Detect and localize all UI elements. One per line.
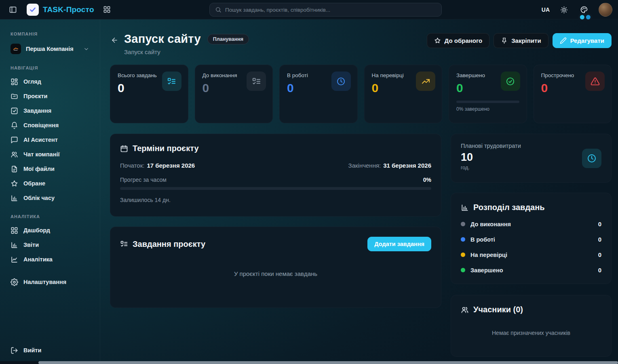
checklist-icon (247, 72, 266, 91)
nav-label: Сповіщення (23, 122, 59, 128)
distribution-value: 0 (598, 251, 601, 258)
start-date: Початок:17 березня 2026 (120, 162, 195, 169)
sidebar-item-dashboard[interactable]: Дашборд (10, 223, 94, 238)
distribution-row-todo: До виконання 0 (461, 221, 601, 227)
users-icon (11, 151, 18, 158)
nav-label: Вийти (23, 347, 41, 353)
theme-toggle-button[interactable] (559, 4, 569, 15)
end-date-label: Закінчення: (348, 162, 381, 169)
distribution-label: До виконання (470, 221, 598, 227)
analytics-section-label: АНАЛІТИКА (11, 214, 94, 219)
checklist-icon (162, 72, 181, 91)
scrollbar-thumb[interactable] (38, 361, 618, 364)
project-tasks-card: Завдання проєкту Додати завдання У проєк… (110, 227, 441, 308)
checklist-icon (120, 240, 128, 248)
sidebar-item-reports[interactable]: Звіти (10, 238, 94, 252)
search-input[interactable] (225, 7, 436, 13)
company-selector[interactable]: Перша Компанія (10, 40, 94, 61)
edit-button[interactable]: Редагувати (553, 33, 612, 48)
sidebar-item-company-chat[interactable]: Чат компанії (10, 147, 94, 162)
nav-section-label: НАВІГАЦІЯ (11, 65, 94, 70)
bar-chart-icon (11, 241, 18, 249)
nav-label: Облік часу (23, 195, 55, 201)
horizontal-scrollbar[interactable] (0, 361, 618, 364)
status-dot-blue (461, 237, 465, 242)
bar-chart-icon (461, 204, 469, 212)
check-square-icon (11, 107, 18, 115)
sidebar-item-analytics[interactable]: Аналітика (10, 252, 94, 267)
distribution-card-title: Розподіл завдань (473, 203, 545, 212)
time-progress-label: Прогрес за часом (120, 177, 167, 183)
back-button[interactable] (111, 36, 118, 44)
nav-label: Огляд (23, 78, 41, 85)
sidebar-item-favorites[interactable]: Обране (10, 176, 94, 191)
nav-label: Дашборд (23, 227, 50, 234)
members-card: Учасники (0) Немає призначених учасників (451, 295, 612, 357)
brand[interactable]: TASK-Просто (27, 4, 94, 16)
status-dot-green (461, 268, 465, 272)
pencil-icon (560, 37, 567, 44)
chevron-down-icon (83, 46, 89, 52)
planned-effort-card: Планові трудовитрати 10 год. (451, 134, 612, 183)
distribution-value: 0 (598, 236, 601, 243)
gear-icon (11, 278, 18, 286)
sidebar-item-settings[interactable]: Налаштування (10, 275, 94, 289)
add-task-button[interactable]: Додати завдання (367, 237, 431, 251)
arrow-left-icon (111, 36, 118, 44)
apps-grid-button[interactable] (101, 4, 112, 15)
distribution-label: В роботі (470, 236, 598, 243)
time-progress-value: 0% (423, 177, 431, 183)
user-avatar[interactable] (599, 3, 612, 17)
stat-card-overdue: Прострочено 0 (534, 65, 612, 123)
sidebar: КОМПАНІЯ Перша Компанія НАВІГАЦІЯ Огляд … (0, 19, 100, 364)
logout-button[interactable]: Вийти (10, 343, 94, 358)
members-empty-state: Немає призначених учасників (461, 330, 601, 336)
nav-label: Обране (23, 180, 45, 187)
sidebar-item-notifications[interactable]: Сповіщення (10, 118, 94, 133)
star-icon (434, 37, 441, 44)
effort-unit: год. (461, 165, 601, 170)
members-card-title: Учасники (0) (473, 305, 523, 314)
end-date: Закінчення:31 березня 2026 (348, 162, 431, 169)
favorite-button[interactable]: До обраного (427, 33, 490, 48)
theme-dot-cyan (580, 15, 584, 19)
nav-label: Мої файли (23, 166, 55, 172)
sidebar-item-projects[interactable]: Проєкти (10, 89, 94, 103)
sidebar-item-tasks[interactable]: Завдання (10, 103, 94, 118)
alert-triangle-icon (585, 72, 605, 91)
company-name: Перша Компанія (26, 46, 78, 52)
main-content: Запуск сайту Планування Запуск сайту До … (100, 19, 618, 364)
distribution-row-done: Завершено 0 (461, 267, 601, 274)
theme-dot-blue (586, 15, 591, 19)
company-section-label: КОМПАНІЯ (11, 32, 94, 36)
bell-icon (11, 122, 18, 129)
search-bar[interactable] (209, 3, 442, 17)
effort-label: Планові трудовитрати (461, 143, 601, 149)
clock-icon (582, 149, 601, 168)
status-dot-gray (461, 222, 465, 226)
company-logo-icon (11, 44, 21, 54)
clock-icon (331, 72, 351, 91)
bar-chart-icon (11, 194, 18, 202)
layout-dashboard-icon (11, 78, 18, 86)
sidebar-item-my-files[interactable]: Мої файли (10, 162, 94, 176)
line-chart-icon (11, 256, 18, 263)
grid-icon (103, 6, 111, 13)
sidebar-item-ai-assistant[interactable]: AI Асистент (10, 133, 94, 147)
tasks-empty-state: У проєкті поки немає завдань (120, 270, 431, 277)
palette-icon (580, 6, 588, 14)
status-dot-amber (461, 252, 465, 257)
distribution-value: 0 (598, 221, 601, 227)
end-date-value: 31 березня 2026 (383, 162, 431, 169)
page-subtitle: Запуск сайту (124, 48, 249, 55)
topbar-right: UA (542, 0, 612, 19)
stats-row: Всього завдань 0 До виконання 0 В роботі… (110, 65, 612, 123)
pin-button[interactable]: Закріпити (494, 33, 548, 48)
brand-logo-icon (27, 4, 39, 16)
distribution-value: 0 (598, 267, 601, 274)
start-date-value: 17 березня 2026 (147, 162, 195, 169)
sidebar-toggle-button[interactable] (7, 4, 19, 15)
sidebar-item-overview[interactable]: Огляд (10, 74, 94, 89)
language-button[interactable]: UA (542, 6, 550, 13)
sidebar-item-time-tracking[interactable]: Облік часу (10, 191, 94, 205)
